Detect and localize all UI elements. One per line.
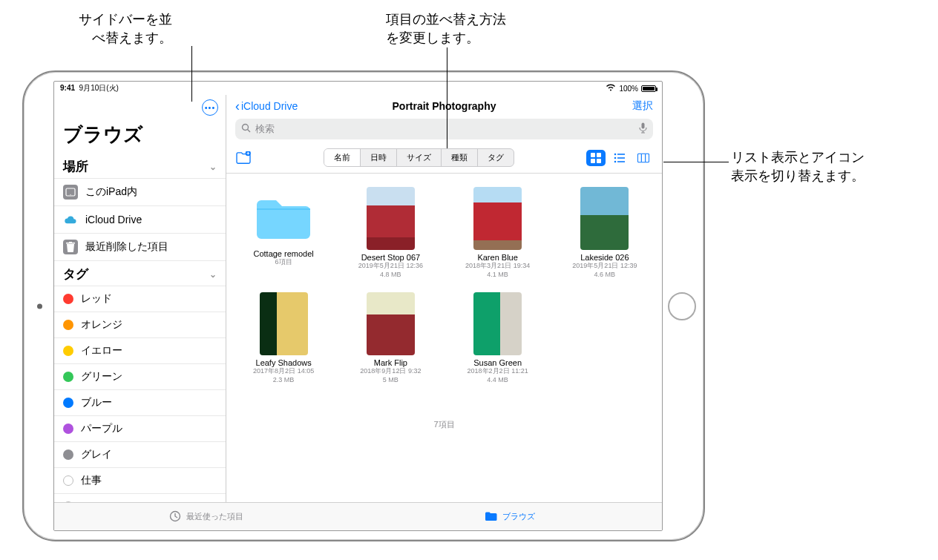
page-title: Portrait Photography xyxy=(392,100,496,112)
svg-point-14 xyxy=(614,160,617,162)
sort-seg-名前[interactable]: 名前 xyxy=(324,149,361,166)
tag-dot-icon xyxy=(63,346,73,356)
tab-label: 最近使った項目 xyxy=(186,511,243,522)
tag-dot-icon xyxy=(63,372,73,382)
home-button[interactable] xyxy=(668,292,696,320)
status-time: 9:41 xyxy=(60,84,75,92)
file-item[interactable]: Leafy Shadows2017年8月2日 14:052.3 MB xyxy=(234,292,333,384)
sort-seg-タグ[interactable]: タグ xyxy=(478,149,514,166)
file-name: Karen Blue xyxy=(477,253,517,262)
svg-rect-15 xyxy=(617,161,625,162)
file-meta: 2018年3月21日 19:344.1 MB xyxy=(465,262,530,279)
tag-dot-icon xyxy=(63,424,73,434)
callout-view-switch: リスト表示とアイコン 表示を切り替えます。 xyxy=(731,148,865,185)
ipad-frame: 9:41 9月10日(火) 100% ••• ブラウズ xyxy=(22,70,705,541)
file-item[interactable]: Desert Stop 0672019年5月21日 12:364.8 MB xyxy=(341,187,440,279)
tag-row[interactable]: グリーン xyxy=(54,364,226,390)
ipad-screen: 9:41 9月10日(火) 100% ••• ブラウズ xyxy=(53,81,663,531)
icon-view-button[interactable] xyxy=(586,150,606,166)
sort-seg-種類[interactable]: 種類 xyxy=(442,149,478,166)
svg-line-3 xyxy=(248,130,251,133)
tag-dot-icon xyxy=(63,449,73,460)
svg-rect-4 xyxy=(642,123,645,129)
svg-rect-6 xyxy=(591,153,595,157)
status-bar: 9:41 9月10日(火) 100% xyxy=(54,82,662,95)
file-thumbnail xyxy=(473,187,522,250)
front-camera xyxy=(37,303,42,309)
sort-segmented-control: 名前日時サイズ種類タグ xyxy=(324,148,514,167)
tag-dot-icon xyxy=(63,320,73,330)
tag-label: パープル xyxy=(81,422,122,435)
back-label: iCloud Drive xyxy=(241,100,298,112)
callout-sidebar-sort: サイドバーを並 べ替えます。 xyxy=(79,10,172,47)
file-name: Cottage remodel xyxy=(253,249,313,258)
svg-rect-7 xyxy=(597,153,601,157)
tag-label: ブルー xyxy=(81,396,112,409)
ipad-icon xyxy=(63,185,78,200)
ellipsis-icon: ••• xyxy=(205,103,216,112)
battery-icon xyxy=(641,85,656,92)
locations-header[interactable]: 場所 ⌄ xyxy=(54,154,226,178)
tag-row[interactable]: パープル xyxy=(54,416,226,442)
folder-item[interactable]: Cottage remodel6項目 xyxy=(234,187,333,279)
tag-dot-icon xyxy=(63,294,73,304)
tag-label: グリーン xyxy=(81,370,122,383)
tab-recents[interactable]: 最近使った項目 xyxy=(54,503,358,530)
column-view-button[interactable] xyxy=(634,150,653,166)
tags-header[interactable]: タグ ⌄ xyxy=(54,261,226,286)
sort-seg-日時[interactable]: 日時 xyxy=(361,149,397,166)
svg-point-1 xyxy=(70,194,70,195)
microphone-icon[interactable] xyxy=(639,122,647,136)
location-label: このiPad内 xyxy=(85,185,137,199)
tag-label: イエロー xyxy=(81,344,122,358)
svg-rect-8 xyxy=(591,159,595,163)
tag-dot-icon xyxy=(63,398,73,408)
tag-row[interactable]: ブルー xyxy=(54,390,226,416)
list-view-button[interactable] xyxy=(610,150,629,166)
tag-row[interactable]: イエロー xyxy=(54,338,226,364)
tag-row[interactable]: オレンジ xyxy=(54,312,226,338)
cloud-icon xyxy=(63,212,78,227)
file-item[interactable]: Lakeside 0262019年5月21日 12:394.6 MB xyxy=(555,187,655,279)
location-recently-deleted[interactable]: 最近削除した項目 xyxy=(54,234,226,261)
search-placeholder: 検索 xyxy=(255,122,275,136)
svg-rect-16 xyxy=(637,154,649,162)
location-icloud[interactable]: iCloud Drive xyxy=(54,206,226,234)
new-folder-button[interactable] xyxy=(235,151,252,165)
toolbar: 名前日時サイズ種類タグ xyxy=(226,145,662,173)
svg-rect-13 xyxy=(617,157,625,159)
search-icon xyxy=(241,123,251,135)
tag-label: 仕事 xyxy=(81,474,102,487)
file-name: Lakeside 026 xyxy=(580,253,629,262)
file-meta: 6項目 xyxy=(275,258,292,267)
folder-icon xyxy=(485,510,498,524)
nav-bar: ‹ iCloud Drive Portrait Photography 選択 xyxy=(226,95,662,117)
file-item[interactable]: Karen Blue2018年3月21日 19:344.1 MB xyxy=(448,187,548,279)
file-name: Mark Flip xyxy=(374,358,407,367)
tab-browse[interactable]: ブラウズ xyxy=(358,503,663,530)
location-on-ipad[interactable]: このiPad内 xyxy=(54,178,226,206)
file-item[interactable]: Susan Green2018年2月2日 11:214.4 MB xyxy=(448,292,548,384)
select-button[interactable]: 選択 xyxy=(632,99,653,113)
locations-list: このiPad内 iCloud Drive 最近削除した項目 xyxy=(54,178,226,261)
sort-seg-サイズ[interactable]: サイズ xyxy=(397,149,442,166)
tag-row[interactable]: 仕事 xyxy=(54,468,226,494)
wifi-icon xyxy=(606,84,616,93)
tag-label: グレイ xyxy=(81,448,112,461)
file-item[interactable]: Mark Flip2018年9月12日 9:325 MB xyxy=(341,292,440,384)
locations-header-label: 場所 xyxy=(63,158,88,175)
tag-row[interactable]: グレイ xyxy=(54,442,226,468)
file-meta: 2018年2月2日 11:214.4 MB xyxy=(468,367,528,384)
file-name: Leafy Shadows xyxy=(256,358,312,367)
sidebar-more-button[interactable]: ••• xyxy=(202,99,218,116)
chevron-left-icon: ‹ xyxy=(235,99,240,113)
trash-icon xyxy=(63,240,78,254)
content-area: ‹ iCloud Drive Portrait Photography 選択 検… xyxy=(226,95,662,502)
file-name: Desert Stop 067 xyxy=(361,253,421,262)
search-field[interactable]: 検索 xyxy=(235,119,653,139)
tag-row[interactable]: レッド xyxy=(54,286,226,312)
location-label: iCloud Drive xyxy=(85,214,142,225)
back-button[interactable]: ‹ iCloud Drive xyxy=(235,99,298,113)
file-name: Susan Green xyxy=(473,358,522,367)
svg-point-10 xyxy=(614,153,617,155)
